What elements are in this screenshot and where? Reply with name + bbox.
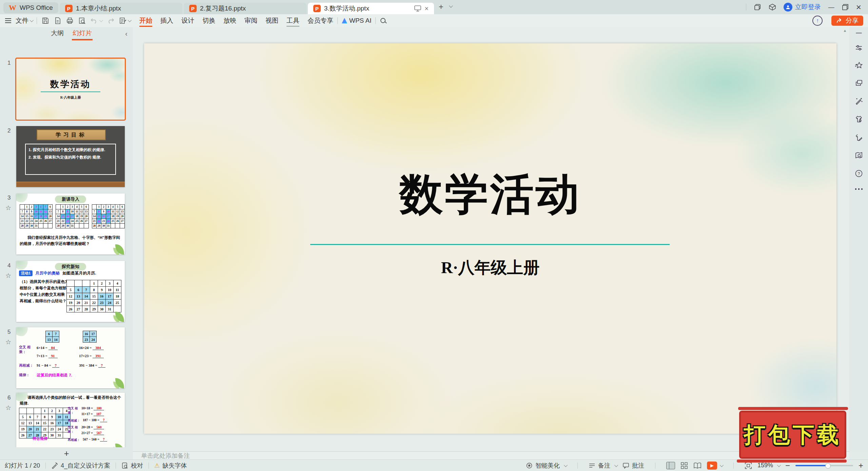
ppt-file-icon: P [65,5,73,12]
zoom-slider-handle[interactable] [825,463,831,469]
notes-placeholder: 单击此处添加备注 [141,452,190,460]
slide-subtitle[interactable]: R·八年级上册 [144,257,836,279]
print-preview-icon[interactable] [78,17,86,24]
save-icon[interactable] [42,17,49,24]
format-painter-button[interactable] [119,17,131,24]
switch-window-icon[interactable] [754,3,761,11]
close-tab-icon[interactable]: × [425,5,429,13]
one-key-beautify-icon[interactable] [855,97,863,105]
redo-icon[interactable] [107,17,114,24]
tab-tools[interactable]: 工具 [282,14,303,27]
search-button[interactable] [376,14,391,27]
wps-home-tab[interactable]: W WPS Office [3,2,58,13]
wps-ai-label: WPS AI [349,17,371,24]
panel-tab-slides[interactable]: 幻灯片 [73,29,92,39]
export-pdf-icon[interactable] [54,17,61,24]
zoom-in-button[interactable]: + [859,461,863,470]
proofread-button[interactable]: 校对 [121,462,143,470]
proofread-icon [121,462,128,469]
collapse-panel-icon[interactable]: ‹ [125,30,127,38]
tab-design[interactable]: 设计 [177,14,198,27]
zoom-slider[interactable] [795,465,853,466]
fit-slide-icon[interactable] [745,462,752,469]
main-slide[interactable]: 数学活动 R·八年级上册 [144,43,836,434]
login-entry[interactable]: 立即登录 [784,3,821,12]
document-tab-3-active[interactable]: P 3.数学活动.pptx × [308,3,434,14]
favorite-star-icon[interactable]: ☆ [5,338,11,346]
minimize-window-icon[interactable]: — [828,4,834,11]
warning-icon: ⚠ [154,462,160,469]
restore-window-icon[interactable] [842,4,849,11]
tab-insert[interactable]: 插入 [156,14,177,27]
slide-thumbnail-3[interactable]: 新课导入 12345678910111213141516171819202122… [16,193,125,254]
slide-thumbnail-1[interactable]: 数学活动 R·八年级上册 [16,59,125,120]
tab-slideshow[interactable]: 放映 [219,14,240,27]
missing-font-warning[interactable]: ⚠ 缺失字体 [154,462,187,470]
tab-transition[interactable]: 切换 [198,14,219,27]
reading-view-button[interactable] [693,462,702,469]
answer: 187 [94,412,104,416]
enter-presentation-icon[interactable] [414,5,421,12]
play-slideshow-button[interactable]: ▶ [707,462,723,470]
tab-home[interactable]: 开始 [135,14,156,27]
tab-list-dropdown-icon[interactable] [449,4,453,7]
smart-beautify-button[interactable]: 智能美化 [526,462,567,470]
favorite-star-icon[interactable]: ☆ [5,204,11,212]
app-box-icon[interactable] [769,3,776,11]
comments-button[interactable]: 批注 [623,462,644,470]
divider [149,463,149,469]
share-arrow-icon [836,18,843,24]
equation: 16×24 = [79,346,92,350]
slide-objects-icon[interactable] [855,79,863,87]
hamburger-menu-icon[interactable] [5,18,12,23]
slide-thumbnail-4[interactable]: 探究新知 活动1 月历中的奥秘 如图是某月的月历. （1）选择其中所示的蓝色方框… [16,261,125,322]
signature-pen-icon[interactable] [855,134,863,142]
file-menu[interactable]: 文件 [12,14,37,27]
document-tab-2[interactable]: P 2.复习题16.pptx [184,3,307,14]
undo-button[interactable] [91,17,102,24]
more-options-icon[interactable] [854,188,863,190]
scroll-up-icon[interactable]: ▲ [843,28,847,33]
find-replace-icon[interactable] [855,152,863,159]
slide-title[interactable]: 数学活动 [144,165,836,224]
wps-ai-button[interactable]: WPS AI [338,14,375,27]
goal-banner: 学习目标 [37,129,106,140]
login-label: 立即登录 [795,3,821,12]
comment-icon [623,463,629,469]
slide-thumbnail-2[interactable]: 学习目标 1. 探究月历相邻四个数交叉相乘的积 的规律. 2. 发现、探索和为定… [16,126,125,187]
print-icon[interactable] [66,17,74,24]
cross-label: 交叉 相乘： [68,406,79,415]
favorite-star-icon[interactable]: ☆ [5,272,11,280]
slide-sorter-view-button[interactable] [680,462,688,469]
design-clothes-icon[interactable] [855,115,863,123]
document-tab-1[interactable]: P 1.本章小结.pptx [60,3,182,14]
tab-review[interactable]: 审阅 [240,14,261,27]
close-window-icon[interactable]: × [856,2,861,13]
new-tab-button[interactable]: + [439,2,443,12]
favorite-star-icon[interactable]: ☆ [5,404,11,412]
menu-label: 放映 [223,16,236,25]
share-button[interactable]: 分享 [831,16,863,26]
help-icon[interactable]: ? [855,169,863,178]
zoom-level[interactable]: 159% [757,462,780,469]
normal-view-button[interactable] [666,462,675,469]
notes-button[interactable]: 备注 [589,462,617,470]
zoom-slider-fill [795,465,828,466]
panel-tab-outline[interactable]: 大纲 [51,29,64,39]
add-slide-button[interactable]: + [0,447,133,459]
divider [655,463,655,469]
search-icon [380,17,387,24]
tab-member[interactable]: 会员专享 [303,14,337,27]
vertical-scrollbar[interactable]: ▲ ▲ ▼ [843,28,847,450]
tab-view[interactable]: 视图 [261,14,282,27]
chevron-down-icon [614,463,618,467]
design-scheme-button[interactable]: 4_自定义设计方案 [51,462,110,470]
slide-thumbnail-5[interactable]: 671314 16172324 交叉 相乘： 6×14 = 84 16×24 =… [16,327,125,388]
menu-label: 插入 [160,16,173,25]
slide-thumbnail-6[interactable]: 请再选择几个类似的部分试一试，看一看是否符合这个规律. 123456789101… [16,393,125,454]
collapse-sidebar-icon[interactable] [856,32,862,34]
upload-cloud-icon[interactable]: ↑ [812,16,823,26]
star-effects-icon[interactable] [855,62,863,69]
object-properties-icon[interactable] [855,44,863,52]
mini-calendar: 1234567891011121314151617181920212223242… [20,204,53,228]
